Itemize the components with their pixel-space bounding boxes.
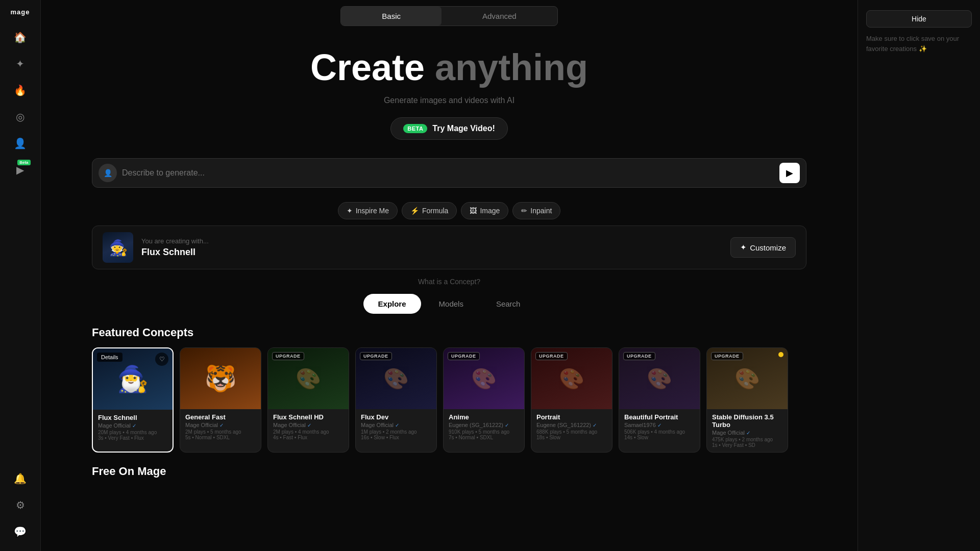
concept-image: 🎨 UPGRADE <box>356 348 436 409</box>
tools-row: ✦ Inspire Me ⚡ Formula 🖼 Image ✏ Inpaint <box>41 196 857 226</box>
concept-name: Flux Dev <box>361 413 431 421</box>
tab-advanced[interactable]: Advanced <box>442 7 557 26</box>
inpaint-icon: ✏ <box>521 207 527 215</box>
verified-icon: ✓ <box>746 430 750 436</box>
model-selector: 🧙 You are creating with... Flux Schnell … <box>92 226 806 269</box>
heart-button[interactable]: ♡ <box>155 353 168 366</box>
video-button[interactable]: BETA Try Mage Video! <box>390 117 508 140</box>
verified-icon: ✓ <box>132 423 136 429</box>
hero-title-gray: anything <box>435 47 588 88</box>
concept-stats: 20M plays • 4 months ago <box>98 430 167 435</box>
app-logo: mage <box>11 8 30 16</box>
verified-icon: ✓ <box>593 422 597 428</box>
sidebar-item-explore[interactable]: ◎ <box>9 106 32 128</box>
inspire-me-button[interactable]: ✦ Inspire Me <box>338 202 398 219</box>
concept-author: Mage Official ✓ <box>712 430 782 436</box>
sidebar-item-settings[interactable]: ⚙ <box>9 494 32 516</box>
inpaint-button[interactable]: ✏ Inpaint <box>512 202 560 219</box>
prompt-input[interactable] <box>122 168 774 178</box>
model-thumbnail: 🧙 <box>103 232 133 263</box>
concept-info: Portrait Eugene (SG_161222) ✓ 688K plays… <box>531 409 612 444</box>
concept-stats: 475K plays • 2 months ago <box>712 437 782 442</box>
sidebar-item-discord[interactable]: 💬 <box>9 520 32 543</box>
image-label: Image <box>480 207 500 215</box>
concept-info: Flux Schnell HD Mage Official ✓ 2M plays… <box>268 409 349 444</box>
formula-icon: ⚡ <box>410 207 419 215</box>
verified-icon: ✓ <box>657 422 662 428</box>
concept-name: Anime <box>449 413 519 421</box>
sidebar-item-video[interactable]: ▶ Beta <box>9 159 32 181</box>
concept-name: Flux Schnell HD <box>273 413 344 421</box>
featured-title: Featured Concepts <box>92 326 806 339</box>
sidebar-item-profile[interactable]: 👤 <box>9 132 32 155</box>
verified-icon: ✓ <box>505 422 509 428</box>
concept-image: 🧙‍♂️ Details♡ <box>93 348 173 410</box>
upgrade-badge: UPGRADE <box>448 352 480 360</box>
concept-name: Portrait <box>536 413 607 421</box>
concept-card[interactable]: 🐯 General Fast Mage Official ✓ 2M plays … <box>180 347 261 453</box>
prompt-submit-button[interactable]: ▶ <box>779 163 800 183</box>
concept-info: Flux Dev Mage Official ✓ 1M plays • 2 mo… <box>356 409 436 444</box>
formula-label: Formula <box>422 207 448 215</box>
top-nav: Basic Advanced <box>41 0 857 32</box>
concept-name: Stable Diffusion 3.5 Turbo <box>712 413 782 429</box>
verified-icon: ✓ <box>307 422 311 428</box>
formula-button[interactable]: ⚡ Formula <box>402 202 457 219</box>
main-content: Basic Advanced Create anything Generate … <box>41 0 857 551</box>
concept-stats: 1M plays • 2 months ago <box>361 429 431 435</box>
concept-card[interactable]: 🎨 UPGRADE Flux Schnell HD Mage Official … <box>267 347 349 453</box>
image-button[interactable]: 🖼 Image <box>461 202 508 219</box>
sidebar-item-sparkle[interactable]: ✦ <box>9 53 32 75</box>
sidebar-item-flame[interactable]: 🔥 <box>9 79 32 102</box>
concept-stats: 910K plays • 5 months ago <box>449 429 519 435</box>
model-info: You are creating with... Flux Schnell <box>141 237 722 258</box>
concept-author: Mage Official ✓ <box>273 422 344 428</box>
concept-stats: 506K plays • 4 months ago <box>624 429 695 435</box>
video-button-text: Try Mage Video! <box>432 124 495 133</box>
concept-stats: 2M plays • 5 months ago <box>185 429 256 435</box>
concept-author: Eugene (SG_161222) ✓ <box>536 422 607 428</box>
concept-link[interactable]: What is a Concept? <box>41 278 857 286</box>
concept-image: 🎨 UPGRADE <box>531 348 612 409</box>
inpaint-label: Inpaint <box>530 207 552 215</box>
sidebar-item-notifications[interactable]: 🔔 <box>9 467 32 490</box>
tab-explore[interactable]: Explore <box>363 294 421 314</box>
concept-card[interactable]: 🎨 UPGRADE Flux Dev Mage Official ✓ 1M pl… <box>355 347 437 453</box>
beta-pill: BETA <box>403 124 427 133</box>
tab-search[interactable]: Search <box>481 294 535 314</box>
concept-card[interactable]: 🧙‍♂️ Details♡ Flux Schnell Mage Official… <box>92 347 174 453</box>
concept-speed: 14s • Slow <box>624 435 695 440</box>
customize-button[interactable]: ✦ Customize <box>730 237 796 258</box>
concept-speed: 16s • Slow • Flux <box>361 435 431 440</box>
concepts-grid: 🧙‍♂️ Details♡ Flux Schnell Mage Official… <box>92 347 806 453</box>
right-panel: Hide Make sure to click save on your fav… <box>857 0 980 551</box>
verified-icon: ✓ <box>395 422 399 428</box>
concept-speed: 5s • Normal • SDXL <box>185 435 256 440</box>
tab-basic[interactable]: Basic <box>341 7 442 26</box>
customize-label: Customize <box>750 243 786 252</box>
prompt-container: 👤 ▶ <box>41 150 857 196</box>
concept-author: Mage Official ✓ <box>98 422 167 429</box>
upgrade-badge: UPGRADE <box>623 352 655 360</box>
concept-card[interactable]: 🎨 UPGRADE Beautiful Portrait Samael1976 … <box>619 347 700 453</box>
concept-speed: 3s • Very Fast • Flux <box>98 435 167 441</box>
concept-author: Mage Official ✓ <box>361 422 431 428</box>
concept-info: Anime Eugene (SG_161222) ✓ 910K plays • … <box>444 409 524 444</box>
concept-stats: 2M plays • 4 months ago <box>273 429 344 435</box>
concept-speed: 4s • Fast • Flux <box>273 435 344 440</box>
concept-image: 🎨 UPGRADE <box>444 348 524 409</box>
concept-card[interactable]: 🎨 UPGRADE Anime Eugene (SG_161222) ✓ 910… <box>443 347 525 453</box>
concept-name: General Fast <box>185 413 256 421</box>
tab-models[interactable]: Models <box>424 294 478 314</box>
concept-author: Eugene (SG_161222) ✓ <box>449 422 519 428</box>
concept-name: Beautiful Portrait <box>624 413 695 421</box>
section-tabs: Explore Models Search <box>41 294 857 314</box>
concept-info: Stable Diffusion 3.5 Turbo Mage Official… <box>707 409 788 452</box>
sidebar-item-home[interactable]: 🏠 <box>9 26 32 48</box>
concept-card[interactable]: 🎨 UPGRADE Portrait Eugene (SG_161222) ✓ … <box>531 347 612 453</box>
concept-name: Flux Schnell <box>98 414 167 421</box>
inspire-label: Inspire Me <box>356 207 389 215</box>
hide-button[interactable]: Hide <box>866 10 972 28</box>
concept-card[interactable]: 🎨 UPGRADE Stable Diffusion 3.5 Turbo Mag… <box>706 347 788 453</box>
hero-title: Create anything <box>51 47 847 88</box>
